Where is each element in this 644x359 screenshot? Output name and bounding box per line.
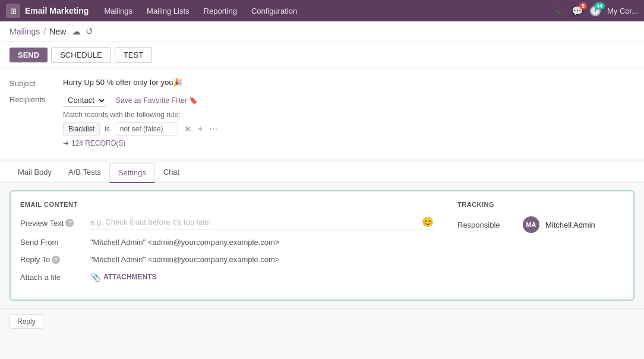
filter-row: Blacklist is not set (false) ✕ ＋ ⋯ <box>63 122 634 136</box>
tracking-section: TRACKING Responsible MA Mitchell Admin <box>457 201 624 290</box>
filter-add-btn[interactable]: ＋ <box>195 124 206 134</box>
tab-mail-body[interactable]: Mail Body <box>10 163 60 183</box>
nav-mailing-lists[interactable]: Mailing Lists <box>141 4 195 18</box>
attach-row: Attach a file 📎 ATTACHMENTS <box>20 272 434 282</box>
save-filter-icon: 🔖 <box>189 96 198 105</box>
send-from-row: Send From "Mitchell Admin" <admin@yourco… <box>20 238 434 247</box>
topnav-menu: Mailings Mailing Lists Reporting Configu… <box>98 4 549 18</box>
breadcrumb-actions: ☁ ↺ <box>72 26 93 37</box>
responsible-name[interactable]: Mitchell Admin <box>545 221 595 229</box>
avatar-initials: MA <box>526 221 536 228</box>
recipients-area: Contact Save as Favorite Filter 🔖 Match … <box>63 94 634 147</box>
filter-value-select[interactable]: not set (false) <box>115 122 178 136</box>
reply-button[interactable]: Reply <box>10 314 43 329</box>
subject-row: Subject Hurry Up 50 % offer only for you… <box>10 78 634 88</box>
user-menu[interactable]: My Cor... <box>607 7 638 15</box>
preview-text-input-wrapper: 😊 <box>90 216 434 229</box>
breadcrumb-separator: / <box>43 27 46 36</box>
preview-text-help-icon[interactable]: ? <box>65 219 74 227</box>
recipients-label: Recipients <box>10 94 63 104</box>
email-content-title: EMAIL CONTENT <box>20 201 434 208</box>
top-navigation: ⊞ Email Marketing Mailings Mailing Lists… <box>0 0 644 21</box>
tab-settings[interactable]: Settings <box>109 163 155 183</box>
reply-to-help-icon[interactable]: ? <box>52 256 60 264</box>
app-name: Email Marketing <box>25 6 89 15</box>
phone-icon-btn[interactable]: 📞 <box>554 5 566 17</box>
reply-to-row: Reply To ? "Mitchell Admin" <admin@yourc… <box>20 255 434 264</box>
schedule-button[interactable]: SCHEDULE <box>51 47 111 63</box>
avatar: MA <box>523 216 539 233</box>
tab-chat[interactable]: Chat <box>155 163 188 183</box>
attach-btn-text: ATTACHMENTS <box>103 273 157 281</box>
save-cloud-icon[interactable]: ☁ <box>72 26 81 37</box>
test-button[interactable]: TEST <box>115 47 152 63</box>
nav-configuration[interactable]: Configuration <box>245 4 303 18</box>
emoji-icon[interactable]: 😊 <box>422 216 434 228</box>
filter-more-btn[interactable]: ⋯ <box>208 124 219 134</box>
records-link[interactable]: ➜ 124 RECORD(S) <box>63 139 634 147</box>
preview-text-row: Preview Text ? 😊 <box>20 216 434 229</box>
match-rule-text: Match records with the following rule: <box>63 111 634 119</box>
app-grid-icon[interactable]: ⊞ <box>6 4 20 18</box>
send-from-label: Send From <box>20 238 86 247</box>
email-content-section: EMAIL CONTENT Preview Text ? 😊 Send From… <box>20 201 434 290</box>
save-filter-text: Save as Favorite Filter <box>116 96 187 105</box>
preview-text-label: Preview Text ? <box>20 219 86 228</box>
records-arrow: ➜ <box>63 139 69 147</box>
filter-actions: ✕ ＋ ⋯ <box>183 124 219 134</box>
contact-select[interactable]: Contact <box>63 94 106 107</box>
undo-icon[interactable]: ↺ <box>86 26 93 37</box>
attachments-button[interactable]: 📎 ATTACHMENTS <box>90 272 157 282</box>
responsible-row: Responsible MA Mitchell Admin <box>457 216 624 233</box>
topnav-right: 📞 💬 5 🕐 44 My Cor... <box>554 5 638 17</box>
chat-icon-btn[interactable]: 💬 5 <box>572 5 583 17</box>
filter-field[interactable]: Blacklist <box>63 122 100 136</box>
main-form: Subject Hurry Up 50 % offer only for you… <box>0 68 644 158</box>
reply-to-value[interactable]: "Mitchell Admin" <admin@yourcompany.exam… <box>90 255 434 264</box>
clock-icon-btn[interactable]: 🕐 44 <box>589 5 601 17</box>
send-button[interactable]: SEND <box>10 48 48 62</box>
filter-clear-btn[interactable]: ✕ <box>183 124 192 134</box>
responsible-label: Responsible <box>457 221 517 229</box>
recipients-row: Recipients Contact Save as Favorite Filt… <box>10 94 634 147</box>
tabs-bar: Mail Body A/B Tests Settings Chat <box>0 163 644 183</box>
preview-text-input[interactable] <box>90 216 422 228</box>
settings-panel: EMAIL CONTENT Preview Text ? 😊 Send From… <box>10 190 634 301</box>
save-filter-link[interactable]: Save as Favorite Filter 🔖 <box>116 96 198 105</box>
reply-to-label: Reply To ? <box>20 255 86 264</box>
paperclip-icon: 📎 <box>90 272 100 282</box>
breadcrumb-bar: Mailings / New ☁ ↺ <box>0 21 644 42</box>
nav-mailings[interactable]: Mailings <box>98 4 138 18</box>
tracking-title: TRACKING <box>457 201 624 208</box>
chat-badge: 5 <box>579 2 587 10</box>
action-bar: SEND SCHEDULE TEST <box>0 42 644 68</box>
tab-ab-tests[interactable]: A/B Tests <box>60 163 109 183</box>
breadcrumb-current: New <box>49 27 66 36</box>
filter-operator: is <box>105 125 110 133</box>
breadcrumb-parent[interactable]: Mailings <box>10 27 40 36</box>
records-count: 124 RECORD(S) <box>71 139 125 147</box>
clock-badge: 44 <box>594 2 605 10</box>
subject-label: Subject <box>10 78 63 88</box>
recipients-top: Contact Save as Favorite Filter 🔖 <box>63 94 634 107</box>
nav-reporting[interactable]: Reporting <box>198 4 243 18</box>
attach-label: Attach a file <box>20 273 86 282</box>
send-from-value[interactable]: "Mitchell Admin" <admin@yourcompany.exam… <box>90 238 434 247</box>
subject-value[interactable]: Hurry Up 50 % offer only for you🎉 <box>63 78 634 87</box>
chatter-area: Reply <box>0 308 644 335</box>
